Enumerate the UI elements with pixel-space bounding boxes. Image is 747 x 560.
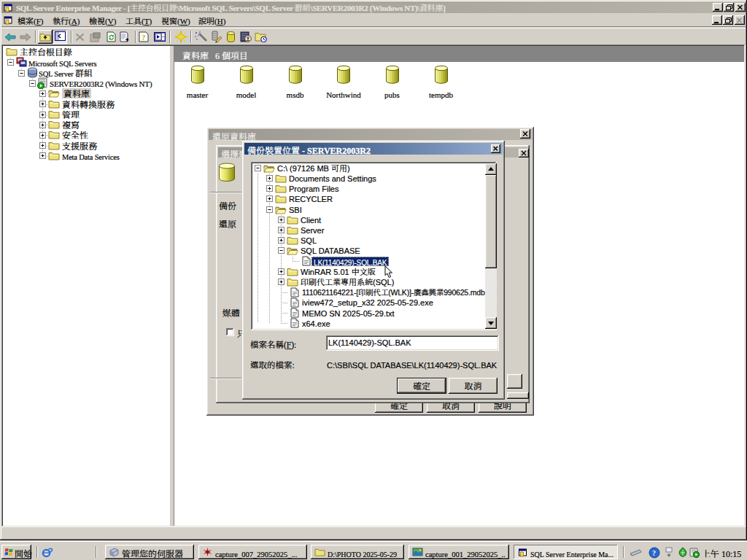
svg-text:?: ? <box>142 33 146 42</box>
svg-text:?: ? <box>652 549 656 557</box>
